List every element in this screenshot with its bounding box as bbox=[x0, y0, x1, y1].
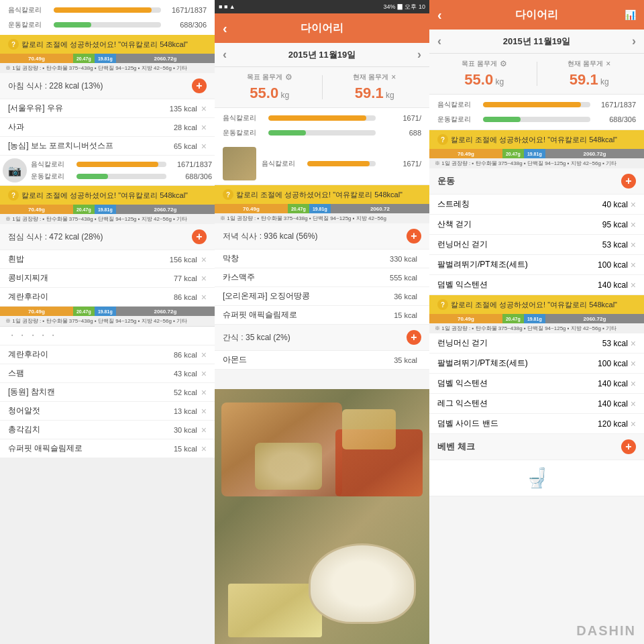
carb-segment: 70.49g bbox=[0, 54, 73, 63]
lm-food-bar-wrap bbox=[76, 162, 166, 167]
mid-next-date[interactable]: › bbox=[417, 48, 421, 62]
breakfast-header: 아침 식사 : 228 kcal (13%) + bbox=[0, 73, 215, 99]
delete-dumbbell-2[interactable]: × bbox=[631, 378, 636, 389]
exercise-treadmill: 런닝머신 걷기 53 kcal × bbox=[429, 235, 644, 255]
left-nutrition-bar-3: 70.49g 20.47g 19.81g 2060.72g bbox=[0, 307, 215, 316]
right-header: ‹ 다이어리 📊 bbox=[429, 0, 644, 30]
delete-jumping-jack[interactable]: × bbox=[631, 260, 636, 270]
delete-rice[interactable]: × bbox=[201, 254, 207, 265]
delete-walk[interactable]: × bbox=[631, 219, 636, 230]
delete-jumping-jack-2[interactable]: × bbox=[631, 358, 636, 369]
exercise-cal-value: 688/306 bbox=[166, 21, 207, 29]
delete-dumbbell-side[interactable]: × bbox=[631, 419, 636, 429]
food-side-item bbox=[342, 409, 396, 449]
mid-food-calorie: 음식칼로리 1671/ bbox=[215, 111, 429, 125]
carb-seg2: 70.49g bbox=[0, 205, 73, 214]
right-nutrition-bar-2: 70.49g 20.47g 19.81g 2060.72g bbox=[429, 314, 644, 323]
right-close-icon[interactable]: × bbox=[606, 59, 610, 68]
delete-stretching[interactable]: × bbox=[631, 199, 636, 210]
food-kcal-apple: 28 kcal bbox=[174, 123, 197, 131]
right-q-icon-2: ? bbox=[437, 299, 448, 310]
exercise-stretching: 스트레칭 40 kcal × bbox=[429, 195, 644, 215]
success-text-2: 칼로리 조절에 성공하셨어요! "여유칼로리 548kcal" bbox=[21, 191, 188, 201]
mid-date-nav: ‹ 2015년 11월19일 › bbox=[215, 43, 429, 67]
right-gear-icon[interactable]: ⚙ bbox=[500, 59, 507, 68]
left-top-food-calorie: 음식칼로리 1671/1837 bbox=[0, 3, 215, 17]
right-exercise-section: 운동 + bbox=[429, 168, 644, 195]
delete-apple[interactable]: × bbox=[201, 122, 207, 133]
delete-dumbbell-ext[interactable]: × bbox=[631, 280, 636, 290]
mid-title: 다이어리 bbox=[301, 21, 343, 36]
food-row-egg: 계란후라이 86 kcal × bbox=[0, 288, 215, 307]
dinner-egg: 계란후라이 86 kcal × bbox=[0, 345, 215, 364]
delete-d-slim[interactable]: × bbox=[201, 443, 207, 454]
delete-milk[interactable]: × bbox=[201, 103, 207, 114]
dinner-partial-row-1: ・ ・ ・ ・ ・ bbox=[0, 326, 215, 345]
delete-d-kimchi[interactable]: × bbox=[201, 425, 207, 435]
delete-treadmill[interactable]: × bbox=[631, 239, 636, 250]
mid-snack-header: 간식 : 35 kcal (2%) + bbox=[215, 325, 429, 351]
mid-back-button[interactable]: ‹ bbox=[223, 21, 227, 36]
exercise-jumping-jack-2: 팔벌려뛰기/PT체조(세트) 100 kcal × bbox=[429, 354, 644, 374]
right-prev-date[interactable]: ‹ bbox=[437, 34, 441, 48]
left-success-banner: ? 칼로리 조절에 성공하셨어요! "여유칼로리 548kcal" bbox=[0, 35, 215, 54]
beven-add-button[interactable]: + bbox=[621, 439, 636, 454]
right-food-calorie: 음식칼로리 1671/1837 bbox=[429, 97, 644, 112]
mid-status-bar: ■ ■ ▲ 34% ▉ 오후 10 bbox=[215, 0, 429, 13]
etc-seg2: 2060.72g bbox=[116, 205, 215, 214]
right-daily-note: ※ 1일 권장량 : ▪ 탄수화물 375~438g ▪ 단백질 94~125g… bbox=[429, 158, 644, 168]
exercise-dumbbell-2: 덤벨 익스텐션 140 kcal × bbox=[429, 374, 644, 394]
mid-snack-add[interactable]: + bbox=[407, 330, 421, 345]
right-q-icon: ? bbox=[437, 134, 448, 145]
food-photo-area bbox=[215, 389, 429, 644]
food-kcal-milk: 135 kcal bbox=[170, 105, 197, 113]
protein-segment: 20.47g bbox=[73, 54, 95, 63]
delete-d-egg[interactable]: × bbox=[201, 350, 207, 360]
food-cal-label: 음식칼로리 bbox=[8, 5, 48, 15]
rice-bowl bbox=[309, 543, 416, 624]
beven-check-section: 베벤 체크 + bbox=[429, 434, 644, 460]
lunch-label: 점심 식사 : 472 kcal (28%) bbox=[8, 231, 103, 243]
mid-current-weight: 현재 몸무게 × 59.1 kg bbox=[328, 72, 422, 102]
lunch-add-button[interactable]: + bbox=[192, 229, 207, 244]
delete-tofu[interactable]: × bbox=[201, 273, 207, 284]
fat-seg2: 19.81g bbox=[95, 205, 116, 214]
delete-d-spam[interactable]: × bbox=[201, 368, 207, 379]
etc-segment: 2060.72g bbox=[116, 54, 215, 63]
mid-dinner-add[interactable]: + bbox=[407, 229, 421, 244]
delete-egg[interactable]: × bbox=[201, 292, 207, 303]
delete-treadmill-2[interactable]: × bbox=[631, 338, 636, 349]
dashin-watermark: DASHIN bbox=[576, 623, 636, 639]
right-success-banner: ? 칼로리 조절에 성공하셨어요! "여유칼로리 548kcal" bbox=[429, 130, 644, 149]
food-row-apple: 사과 28 kcal × bbox=[0, 118, 215, 137]
exercise-dumbbell-side: 덤벨 사이드 밴드 120 kcal × bbox=[429, 414, 644, 434]
right-next-date[interactable]: › bbox=[632, 34, 636, 48]
dinner-herring: 청어알젓 13 kcal × bbox=[0, 402, 215, 421]
food-cal-value: 1671/1837 bbox=[166, 6, 207, 14]
delete-mushroom[interactable]: × bbox=[201, 141, 207, 152]
right-screen: ‹ 다이어리 📊 ‹ 2015년 11월19일 › 목표 몸무게 ⚙ 55.0 … bbox=[429, 0, 644, 644]
mid-prev-date[interactable]: ‹ bbox=[223, 48, 227, 62]
lm-ex-bar bbox=[76, 174, 108, 179]
question-icon-2: ? bbox=[8, 190, 19, 201]
toilet-icon: 🚽 bbox=[525, 467, 549, 489]
delete-d-tuna[interactable]: × bbox=[201, 387, 207, 398]
settings-icon-2[interactable]: × bbox=[391, 72, 396, 82]
right-chart-button[interactable]: 📊 bbox=[625, 9, 636, 20]
left-screen: 음식칼로리 1671/1837 운동칼로리 688/306 ? 칼로리 조절에 … bbox=[0, 0, 215, 644]
breakfast-add-button[interactable]: + bbox=[192, 78, 207, 93]
right-success-banner-2: ? 칼로리 조절에 성공하셨어요! "여유칼로리 548kcal" bbox=[429, 295, 644, 314]
settings-icon[interactable]: ⚙ bbox=[285, 72, 292, 82]
success-text: 칼로리 조절에 성공하셨어요! "여유칼로리 548kcal" bbox=[21, 40, 188, 50]
mid-food-squid: [오리온제과] 오징어땅콩 36 kcal bbox=[215, 287, 429, 306]
right-back-button[interactable]: ‹ bbox=[437, 7, 442, 23]
lm-ex-value: 688/306 bbox=[172, 172, 212, 180]
exercise-add-button[interactable]: + bbox=[621, 174, 636, 189]
food-cal-bar bbox=[54, 7, 152, 13]
right-exercise-calorie: 운동칼로리 688/306 bbox=[429, 112, 644, 127]
left-mid-calorie-info: 음식칼로리 1671/1837 운동칼로리 688/306 bbox=[31, 158, 212, 182]
delete-leg-ext[interactable]: × bbox=[631, 398, 636, 409]
delete-d-herring[interactable]: × bbox=[201, 406, 207, 417]
food-egg-item bbox=[255, 443, 322, 490]
exercise-cal-bar-wrap bbox=[54, 22, 161, 28]
